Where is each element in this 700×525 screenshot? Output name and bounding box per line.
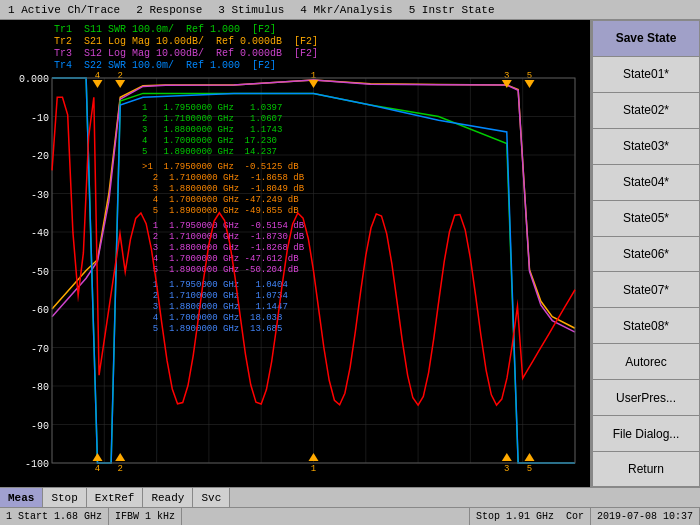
- chart-container: [0, 20, 590, 487]
- nav-active-ch[interactable]: 1 Active Ch/Trace: [0, 2, 128, 18]
- ifbw: IFBW 1 kHz: [109, 508, 182, 525]
- svc-btn[interactable]: Svc: [193, 488, 230, 507]
- top-nav: 1 Active Ch/Trace 2 Response 3 Stimulus …: [0, 0, 700, 20]
- stop-btn[interactable]: Stop: [43, 488, 86, 507]
- state07-btn[interactable]: State07*: [592, 271, 700, 307]
- state08-btn[interactable]: State08*: [592, 307, 700, 343]
- return-btn[interactable]: Return: [592, 451, 700, 487]
- state04-btn[interactable]: State04*: [592, 164, 700, 200]
- nav-mkr-analysis[interactable]: 4 Mkr/Analysis: [292, 2, 400, 18]
- stop-freq: Stop 1.91 GHz: [469, 508, 560, 525]
- nav-instr-state[interactable]: 5 Instr State: [401, 2, 503, 18]
- autorec-btn[interactable]: Autorec: [592, 343, 700, 379]
- start-freq: 1 Start 1.68 GHz: [0, 508, 109, 525]
- status-bar: Meas Stop ExtRef Ready Svc: [0, 487, 700, 507]
- save-state-btn[interactable]: Save State: [592, 20, 700, 56]
- sidebar: Save State State01* State02* State03* St…: [590, 20, 700, 487]
- file-dialog-btn[interactable]: File Dialog...: [592, 415, 700, 451]
- extref-btn[interactable]: ExtRef: [87, 488, 144, 507]
- main-area: Save State State01* State02* State03* St…: [0, 20, 700, 487]
- nav-stimulus[interactable]: 3 Stimulus: [210, 2, 292, 18]
- bottom-strip: 1 Start 1.68 GHz IFBW 1 kHz Stop 1.91 GH…: [0, 507, 700, 525]
- nav-response[interactable]: 2 Response: [128, 2, 210, 18]
- state03-btn[interactable]: State03*: [592, 128, 700, 164]
- state01-btn[interactable]: State01*: [592, 56, 700, 92]
- datetime: 2019-07-08 10:37: [591, 508, 700, 525]
- state02-btn[interactable]: State02*: [592, 92, 700, 128]
- ready-btn[interactable]: Ready: [143, 488, 193, 507]
- state05-btn[interactable]: State05*: [592, 200, 700, 236]
- meas-btn[interactable]: Meas: [0, 488, 43, 507]
- userpres-btn[interactable]: UserPres...: [592, 379, 700, 415]
- cor-status: Cor: [560, 508, 591, 525]
- state06-btn[interactable]: State06*: [592, 236, 700, 272]
